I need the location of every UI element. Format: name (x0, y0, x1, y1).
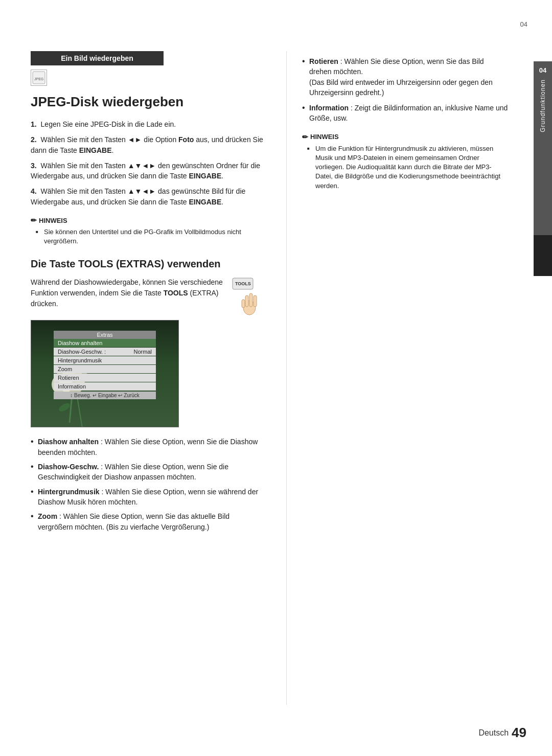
tools-desc-text: Während der Diashowwiedergabe, können Si… (31, 277, 230, 309)
bullet-item-zoom: Zoom : Wählen Sie diese Option, wenn Sie… (31, 511, 266, 532)
page-number-bar: Deutsch 49 (478, 725, 526, 741)
svg-rect-8 (242, 300, 245, 308)
section-header-text: Ein Bild wiedergeben (61, 54, 133, 62)
chapter-indicator: 04 (520, 20, 527, 28)
menu-item-5: Information (54, 382, 156, 391)
steps-list: 1. Legen Sie eine JPEG-Disk in die Lade … (31, 119, 266, 207)
hinweis-item-1: Sie können den Untertitel und die PG-Gra… (36, 227, 266, 246)
left-column: Ein Bild wiedergeben JPEG JPEG-Disk wied… (31, 51, 281, 705)
step-3: 3. Wählen Sie mit den Tasten ▲▼◄► den ge… (31, 161, 266, 181)
chapter-number-top: 04 (520, 20, 527, 28)
menu-item-0: Diashow anhalten (54, 339, 156, 347)
hinweis-title-1: ✏ HINWEIS (31, 216, 266, 224)
svg-rect-6 (249, 293, 252, 307)
column-divider (286, 51, 287, 705)
sidebar-black-bar (534, 235, 552, 276)
page-number-label: Deutsch (478, 728, 509, 738)
section2-title: Die Taste TOOLS (EXTRAS) verwenden (31, 258, 266, 270)
menu-footer: ↕ Beweg. ↵ Eingabe ↩ Zurück (54, 392, 156, 399)
bullet-list-right: Rotieren : Wählen Sie diese Option, wenn… (302, 56, 508, 124)
hinweis-section-1: ✏ HINWEIS Sie können den Untertitel und … (31, 216, 266, 246)
bullet-list-left: Diashow anhalten : Wählen Sie diese Opti… (31, 437, 266, 532)
step-4: 4. Wählen Sie mit den Tasten ▲▼◄► das ge… (31, 186, 266, 207)
menu-overlay: Extras Diashow anhalten Diashow-Geschw. … (54, 331, 156, 399)
jpeg-icon: JPEG (31, 70, 47, 86)
hinweis-list-1: Sie können den Untertitel und die PG-Gra… (31, 227, 266, 246)
chapter-number: 04 (539, 66, 546, 74)
svg-line-14 (77, 397, 82, 427)
section-header-box: Ein Bild wiedergeben (31, 51, 164, 65)
pen-icon-1: ✏ (31, 216, 37, 224)
hinweis-label-right: HINWEIS (310, 133, 339, 141)
right-column: Rotieren : Wählen Sie diese Option, wenn… (292, 51, 508, 705)
hinweis-label-1: HINWEIS (39, 217, 67, 224)
menu-item-1: Diashow-Geschw. : Normal (54, 348, 156, 356)
hinweis-list-right: Um die Funktion für Hintergrundmusik zu … (302, 144, 508, 191)
menu-item-2: Hintergrundmusik (54, 356, 156, 364)
main-content: Ein Bild wiedergeben JPEG JPEG-Disk wied… (0, 31, 534, 725)
svg-text:JPEG: JPEG (34, 77, 43, 81)
menu-item-4: Rotieren (54, 374, 156, 382)
svg-rect-7 (254, 295, 257, 307)
bullet-item-diashow-anhalten: Diashow anhalten : Wählen Sie diese Opti… (31, 437, 266, 457)
menu-item-3: Zoom (54, 365, 156, 373)
page-title: JPEG-Disk wiedergeben (31, 94, 266, 110)
hinweis-title-right: ✏ HINWEIS (302, 133, 508, 141)
bullet-item-information: Information : Zeigt die Bildinformation … (302, 103, 508, 124)
tools-desc: Während der Diashowwiedergabe, können Si… (31, 277, 266, 313)
svg-rect-5 (245, 295, 248, 307)
svg-text:TOOLS: TOOLS (235, 281, 251, 286)
menu-title-bar: Extras (54, 331, 156, 339)
chapter-sidebar-tab: 04 Grundfunktionen (534, 61, 552, 235)
hinweis-item-right-1: Um die Funktion für Hintergrundmusik zu … (307, 144, 508, 191)
step-1: 1. Legen Sie eine JPEG-Disk in die Lade … (31, 119, 266, 129)
page-container: 04 Grundfunktionen 04 Ein Bild wiedergeb… (0, 0, 552, 756)
bullet-item-hintergrundmusik: Hintergrundmusik : Wählen Sie diese Opti… (31, 487, 266, 508)
bullet-item-diashow-geschw: Diashow-Geschw. : Wählen Sie diese Optio… (31, 462, 266, 483)
step-2: 2. Wählen Sie mit den Tasten ◄► die Opti… (31, 134, 266, 155)
bullet-item-rotieren: Rotieren : Wählen Sie diese Option, wenn… (302, 56, 508, 98)
svg-point-15 (58, 402, 72, 413)
chapter-label: Grundfunktionen (539, 79, 546, 132)
tools-key-illustration: TOOLS (230, 277, 266, 313)
pen-icon-right: ✏ (302, 133, 308, 141)
page-number: 49 (512, 725, 526, 741)
menu-screenshot: Extras Diashow anhalten Diashow-Geschw. … (31, 320, 179, 427)
hinweis-section-right: ✏ HINWEIS Um die Funktion für Hintergrun… (302, 133, 508, 191)
